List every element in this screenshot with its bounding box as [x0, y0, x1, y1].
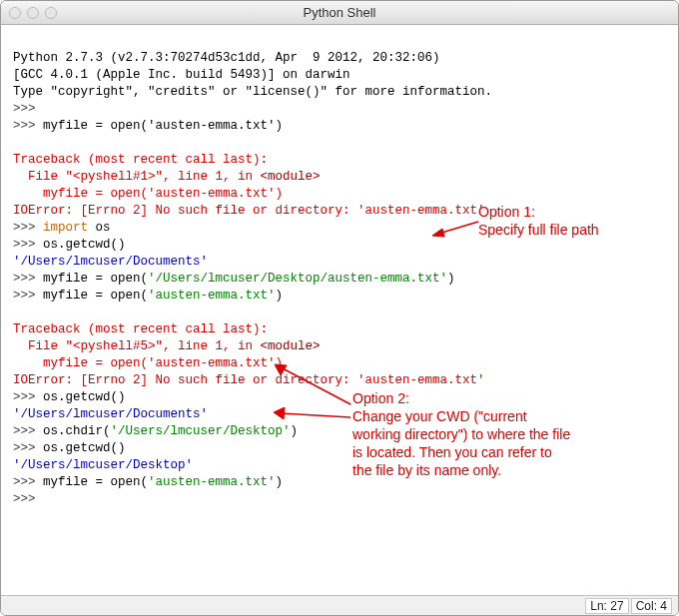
- prompt: >>>: [13, 475, 43, 489]
- annotation-option1: Option 1: Specify full file path: [478, 203, 599, 239]
- traceback-module: <module>: [261, 170, 321, 184]
- window-titlebar: Python Shell: [1, 1, 678, 25]
- annotation-option2: Option 2: Change your CWD ("current work…: [352, 389, 570, 479]
- prompt: >>>: [13, 102, 43, 116]
- code-line: myfile = open(: [43, 289, 148, 303]
- svg-marker-1: [432, 229, 444, 237]
- traceback-error: IOError: [Errno 2] No such file or direc…: [13, 373, 485, 387]
- prompt: >>>: [13, 238, 43, 252]
- annotation-text: working directory") to where the file: [352, 425, 570, 443]
- status-column: Col: 4: [631, 598, 672, 614]
- traceback-error: IOError: [Errno 2] No such file or direc…: [13, 204, 485, 218]
- prompt: >>>: [13, 289, 43, 303]
- banner-line: Type "copyright", "credits" or "license(…: [13, 85, 492, 99]
- code-line: myfile = open(: [43, 272, 148, 286]
- code-line: os.chdir(: [43, 424, 111, 438]
- annotation-text: is located. Then you can refer to: [352, 443, 570, 461]
- annotation-text: the file by its name only.: [352, 461, 570, 479]
- code-line: ): [276, 289, 284, 303]
- arrow-icon: [430, 220, 480, 240]
- prompt: >>>: [13, 424, 43, 438]
- string-literal: 'austen-emma.txt': [148, 289, 276, 303]
- banner-line: Python 2.7.3 (v2.7.3:70274d53c1dd, Apr 9…: [13, 51, 440, 65]
- traceback-header: Traceback (most recent call last):: [13, 322, 268, 336]
- arrow-icon: [271, 407, 355, 427]
- minimize-icon[interactable]: [27, 7, 39, 19]
- zoom-icon[interactable]: [45, 7, 57, 19]
- output-line: '/Users/lmcuser/Documents': [13, 255, 208, 269]
- close-icon[interactable]: [9, 7, 21, 19]
- annotation-text: Change your CWD ("current: [352, 407, 570, 425]
- code-line: os.getcwd(): [43, 390, 126, 404]
- output-line: '/Users/lmcuser/Desktop': [13, 458, 193, 472]
- annotation-title: Option 1:: [478, 203, 599, 221]
- traceback-header: Traceback (most recent call last):: [13, 153, 268, 167]
- annotation-title: Option 2:: [352, 389, 570, 407]
- traffic-lights: [9, 7, 57, 19]
- prompt: >>>: [13, 390, 43, 404]
- prompt: >>>: [13, 441, 43, 455]
- annotation-text: Specify full file path: [478, 221, 599, 239]
- string-literal: '/Users/lmcuser/Desktop/austen-emma.txt': [148, 272, 447, 286]
- prompt: >>>: [13, 119, 43, 133]
- status-line: Ln: 27: [585, 598, 628, 614]
- code-line: os: [88, 221, 111, 235]
- code-line: ): [276, 475, 284, 489]
- window-title: Python Shell: [1, 5, 678, 20]
- prompt: >>>: [13, 221, 43, 235]
- svg-line-2: [281, 367, 350, 404]
- prompt: >>>: [13, 492, 43, 506]
- arrow-icon: [271, 359, 355, 414]
- code-line: myfile = open(: [43, 475, 148, 489]
- output-line: '/Users/lmcuser/Documents': [13, 407, 208, 421]
- code-line: myfile = open('austen-emma.txt'): [43, 119, 283, 133]
- traceback-src: myfile = open('austen-emma.txt'): [13, 187, 283, 201]
- svg-marker-5: [274, 407, 285, 419]
- string-literal: '/Users/lmcuser/Desktop': [111, 424, 291, 438]
- traceback-file: File "<pyshell#1>", line 1, in: [13, 170, 261, 184]
- code-line: os.getcwd(): [43, 238, 126, 252]
- traceback-file: File "<pyshell#5>", line 1, in: [13, 339, 261, 353]
- traceback-module: <module>: [261, 339, 321, 353]
- svg-line-4: [281, 413, 350, 417]
- status-bar: Ln: 27 Col: 4: [1, 595, 678, 615]
- code-line: os.getcwd(): [43, 441, 126, 455]
- svg-line-0: [438, 222, 478, 234]
- prompt: >>>: [13, 272, 43, 286]
- string-literal: 'austen-emma.txt': [148, 475, 276, 489]
- traceback-src: myfile = open('austen-emma.txt'): [13, 356, 283, 370]
- keyword: import: [43, 221, 88, 235]
- code-line: ): [447, 272, 455, 286]
- banner-line: [GCC 4.0.1 (Apple Inc. build 5493)] on d…: [13, 68, 350, 82]
- terminal-area[interactable]: Python 2.7.3 (v2.7.3:70274d53c1dd, Apr 9…: [1, 25, 678, 595]
